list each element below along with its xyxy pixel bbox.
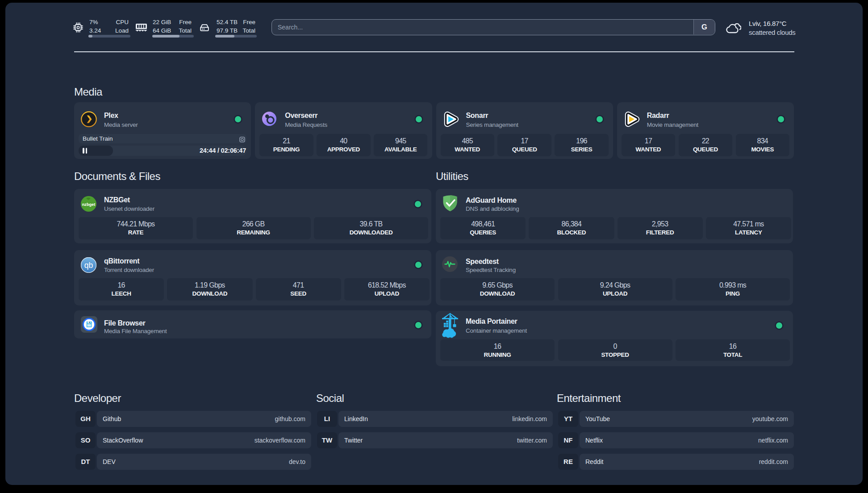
svg-text:qb: qb (84, 261, 93, 270)
svg-text:nzbget: nzbget (82, 202, 96, 207)
